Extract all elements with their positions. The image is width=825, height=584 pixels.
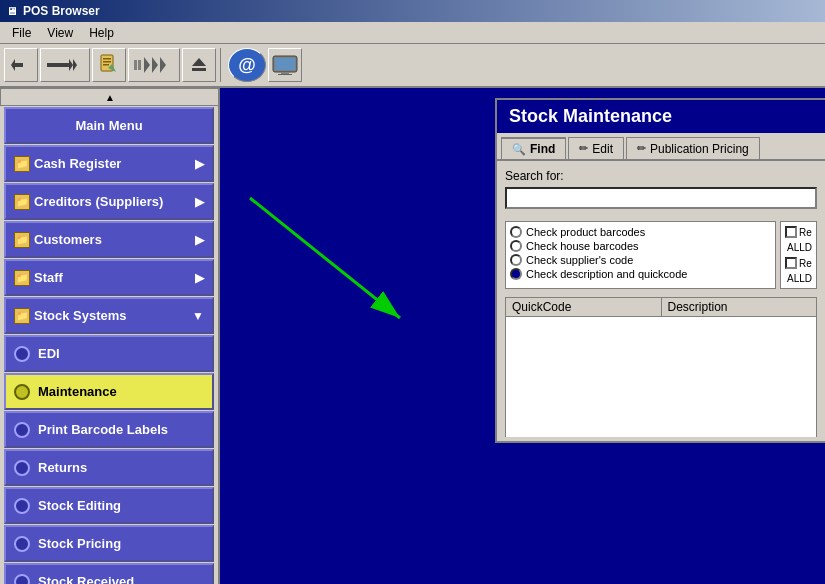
- table-col-description: Description: [662, 298, 817, 316]
- staff-label: Staff: [34, 270, 63, 285]
- forward-back-button[interactable]: [40, 48, 90, 82]
- table-col-quickcode: QuickCode: [506, 298, 662, 316]
- table-body: [506, 317, 816, 437]
- svg-rect-20: [275, 58, 295, 70]
- radio-options-col: Check product barcodes Check house barco…: [505, 221, 776, 289]
- sidebar-item-stock-systems[interactable]: 📁 Stock Systems ▼: [4, 297, 214, 334]
- svg-marker-17: [192, 58, 206, 66]
- menu-bar: File View Help: [0, 22, 825, 44]
- radio-description[interactable]: [510, 268, 522, 280]
- customers-arrow: ▶: [195, 233, 204, 247]
- sidebar-item-customers[interactable]: 📁 Customers ▶: [4, 221, 214, 258]
- returns-icon: [14, 460, 30, 476]
- sidebar: ▲ Main Menu 📁 Cash Register ▶ 📁 Creditor…: [0, 88, 220, 584]
- svg-line-24: [250, 198, 400, 318]
- find-tab-icon: 🔍: [512, 143, 526, 156]
- app-icon: 🖥: [6, 5, 17, 17]
- checkbox-row-2[interactable]: Re: [785, 257, 812, 269]
- email-button[interactable]: @: [228, 48, 266, 82]
- tabs-container: 🔍 Find ✏ Edit ✏ Publication Pricing: [497, 133, 825, 161]
- svg-marker-15: [152, 57, 158, 73]
- sidebar-item-staff[interactable]: 📁 Staff ▶: [4, 259, 214, 296]
- stock-editing-label: Stock Editing: [38, 498, 121, 513]
- toolbar: @: [0, 44, 825, 88]
- scroll-up-btn[interactable]: ▲: [0, 88, 220, 106]
- stock-pricing-label: Stock Pricing: [38, 536, 121, 551]
- sidebar-item-stock-editing[interactable]: Stock Editing: [4, 487, 214, 524]
- sidebar-item-print-barcode[interactable]: Print Barcode Labels: [4, 411, 214, 448]
- sidebar-item-maintenance[interactable]: Maintenance: [4, 373, 214, 410]
- arrow-annotation: [220, 188, 470, 348]
- svg-rect-12: [134, 60, 137, 70]
- table-header: QuickCode Description: [506, 298, 816, 317]
- find-tab-label: Find: [530, 142, 555, 156]
- svg-marker-1: [11, 59, 15, 71]
- sidebar-item-creditors[interactable]: 📁 Creditors (Suppliers) ▶: [4, 183, 214, 220]
- svg-rect-13: [138, 60, 141, 70]
- cash-register-icon: 📁: [14, 156, 30, 172]
- eject-button[interactable]: [182, 48, 216, 82]
- content-panel: Stock Maintenance 🔍 Find ✏ Edit ✏ Public…: [220, 88, 825, 584]
- sidebar-item-returns[interactable]: Returns: [4, 449, 214, 486]
- edi-circle-icon: [14, 346, 30, 362]
- tab-publication-pricing[interactable]: ✏ Publication Pricing: [626, 137, 760, 159]
- radio-row-supplier-code[interactable]: Check supplier's code: [510, 254, 771, 266]
- stock-systems-arrow: ▼: [192, 309, 204, 323]
- radio-house-barcodes-label: Check house barcodes: [526, 240, 639, 252]
- menu-view[interactable]: View: [39, 24, 81, 42]
- sidebar-item-edi[interactable]: EDI: [4, 335, 214, 372]
- customers-icon: 📁: [14, 232, 30, 248]
- radio-description-label: Check description and quickcode: [526, 268, 687, 280]
- menu-help[interactable]: Help: [81, 24, 122, 42]
- staff-arrow: ▶: [195, 271, 204, 285]
- radio-row-description[interactable]: Check description and quickcode: [510, 268, 771, 280]
- radio-row-house-barcodes[interactable]: Check house barcodes: [510, 240, 771, 252]
- sidebar-item-stock-received[interactable]: Stock Received: [4, 563, 214, 584]
- sidebar-main-menu[interactable]: Main Menu: [4, 107, 214, 144]
- app-title: POS Browser: [23, 4, 100, 18]
- svg-rect-4: [55, 63, 71, 67]
- main-layout: ▲ Main Menu 📁 Cash Register ▶ 📁 Creditor…: [0, 88, 825, 584]
- svg-rect-21: [281, 72, 289, 74]
- monitor-button[interactable]: [268, 48, 302, 82]
- radio-house-barcodes[interactable]: [510, 240, 522, 252]
- toolbar-separator-1: [220, 48, 224, 82]
- checkbox-2[interactable]: [785, 257, 797, 269]
- svg-marker-14: [144, 57, 150, 73]
- staff-icon: 📁: [14, 270, 30, 286]
- checkbox-row-1[interactable]: Re: [785, 226, 812, 238]
- title-bar: 🖥 POS Browser: [0, 0, 825, 22]
- sidebar-item-cash-register[interactable]: 📁 Cash Register ▶: [4, 145, 214, 182]
- sidebar-item-stock-pricing[interactable]: Stock Pricing: [4, 525, 214, 562]
- stock-maintenance-title: Stock Maintenance: [497, 100, 825, 133]
- print-button[interactable]: [128, 48, 180, 82]
- tab-find[interactable]: 🔍 Find: [501, 137, 566, 159]
- main-menu-label: Main Menu: [75, 118, 142, 133]
- search-area: Search for:: [497, 161, 825, 217]
- svg-marker-6: [73, 59, 77, 71]
- stock-editing-icon: [14, 498, 30, 514]
- svg-marker-16: [160, 57, 166, 73]
- menu-file[interactable]: File: [4, 24, 39, 42]
- creditors-label: Creditors (Suppliers): [34, 194, 163, 209]
- stock-pricing-icon: [14, 536, 30, 552]
- checkbox-2-label: Re: [799, 258, 812, 269]
- checkbox-1[interactable]: [785, 226, 797, 238]
- page-button[interactable]: [92, 48, 126, 82]
- results-table: QuickCode Description: [505, 297, 817, 437]
- customers-label: Customers: [34, 232, 102, 247]
- svg-rect-8: [103, 58, 111, 60]
- search-label: Search for:: [505, 169, 817, 183]
- stock-received-icon: [14, 574, 30, 585]
- radio-barcodes[interactable]: [510, 226, 522, 238]
- cash-register-arrow: ▶: [195, 157, 204, 171]
- returns-label: Returns: [38, 460, 87, 475]
- back-button[interactable]: [4, 48, 38, 82]
- radio-row-barcodes[interactable]: Check product barcodes: [510, 226, 771, 238]
- search-input[interactable]: [505, 187, 817, 209]
- stock-received-label: Stock Received: [38, 574, 134, 584]
- pub-pricing-tab-icon: ✏: [637, 142, 646, 155]
- radio-supplier-code[interactable]: [510, 254, 522, 266]
- tab-edit[interactable]: ✏ Edit: [568, 137, 624, 159]
- cash-register-label: Cash Register: [34, 156, 121, 171]
